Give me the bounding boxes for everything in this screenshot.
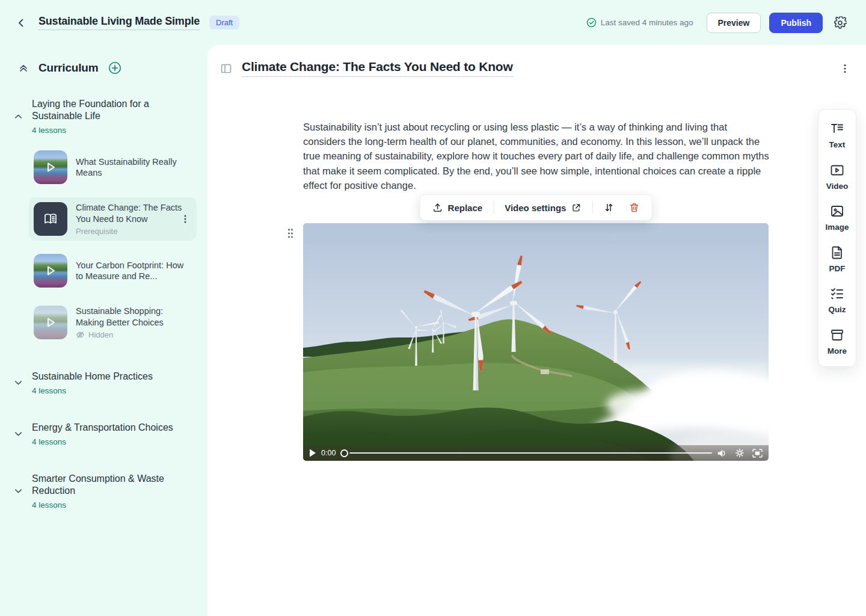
section-lesson-count: 4 lessons xyxy=(32,386,176,395)
upload-icon xyxy=(432,202,443,213)
section-title: Energy & Transportation Choices xyxy=(32,422,176,434)
lesson-item[interactable]: Your Carbon Footprint: How to Measure an… xyxy=(29,249,197,292)
curriculum-title: Curriculum xyxy=(38,61,98,75)
block-drag-handle[interactable] xyxy=(284,226,296,241)
lesson-menu-button[interactable] xyxy=(838,61,852,76)
insert-pdf-button[interactable]: PDF xyxy=(829,245,846,273)
lesson-video-thumbnail xyxy=(34,306,67,339)
double-chevron-up-icon xyxy=(18,63,29,73)
lesson-video-thumbnail xyxy=(34,254,67,288)
seek-bar[interactable] xyxy=(340,449,712,457)
course-title[interactable]: Sustainable Living Made Simple xyxy=(38,15,200,30)
text-block-icon xyxy=(830,122,844,136)
volume-icon xyxy=(717,449,727,458)
curriculum-section: Sustainable Home Practices 4 lessons xyxy=(0,371,207,395)
external-link-icon xyxy=(571,203,581,213)
section-lesson-count: 4 lessons xyxy=(32,500,176,510)
chevron-down-icon[interactable] xyxy=(13,486,23,496)
section-header[interactable]: Energy & Transportation Choices 4 lesson… xyxy=(0,422,207,446)
section-header[interactable]: Laying the Foundation for a Sustainable … xyxy=(0,98,207,135)
video-block-toolbar: Replace Video settings xyxy=(420,194,653,221)
image-block-icon xyxy=(830,204,844,218)
reorder-block-button[interactable] xyxy=(597,200,620,215)
insert-quiz-button[interactable]: Quiz xyxy=(828,286,846,314)
lesson-prerequisite-label: Prerequisite xyxy=(76,227,192,236)
section-header[interactable]: Sustainable Home Practices 4 lessons xyxy=(0,371,207,395)
fullscreen-icon xyxy=(752,449,763,458)
insert-video-button[interactable]: Video xyxy=(826,163,849,191)
chevron-down-icon[interactable] xyxy=(13,429,23,439)
insert-text-button[interactable]: Text xyxy=(829,122,846,149)
top-bar: Sustainable Living Made Simple Draft Las… xyxy=(0,0,866,45)
kebab-menu-icon xyxy=(181,214,189,224)
section-header[interactable]: Smarter Consumption & Waste Reduction 4 … xyxy=(0,473,207,510)
chevron-up-icon[interactable] xyxy=(13,111,23,122)
quiz-block-icon xyxy=(830,286,844,301)
gear-icon xyxy=(735,448,745,458)
lesson-video-thumbnail xyxy=(34,150,67,184)
lesson-menu-button[interactable] xyxy=(181,214,189,224)
status-badge: Draft xyxy=(209,16,239,29)
curriculum-section: Laying the Foundation for a Sustainable … xyxy=(0,98,207,344)
video-settings-button[interactable]: Video settings xyxy=(499,200,587,215)
play-button[interactable] xyxy=(309,449,316,457)
settings-button[interactable] xyxy=(831,14,849,32)
lesson-title: What Sustainability Really Means xyxy=(76,156,192,179)
last-saved-text: Last saved 4 minutes ago xyxy=(601,18,693,27)
play-icon xyxy=(43,263,58,278)
playback-time: 0:00 xyxy=(321,449,336,457)
play-icon xyxy=(43,315,58,330)
curriculum-section: Smarter Consumption & Waste Reduction 4 … xyxy=(0,473,207,510)
replace-video-button[interactable]: Replace xyxy=(426,200,489,215)
curriculum-sidebar: Curriculum Laying the Foundation for a S… xyxy=(0,45,207,616)
collapse-all-button[interactable] xyxy=(16,60,31,76)
pdf-block-icon xyxy=(830,245,844,260)
preview-button[interactable]: Preview xyxy=(707,13,761,33)
course-editor-app: Sustainable Living Made Simple Draft Las… xyxy=(0,0,866,616)
lesson-item-selected[interactable]: Climate Change: The Facts You Need to Kn… xyxy=(29,197,197,241)
panel-layout-icon xyxy=(220,63,232,75)
curriculum-header: Curriculum xyxy=(0,58,207,78)
delete-block-button[interactable] xyxy=(622,200,645,215)
publish-button[interactable]: Publish xyxy=(769,13,823,33)
play-icon xyxy=(309,449,316,457)
lesson-item[interactable]: What Sustainability Really Means xyxy=(29,146,197,189)
lesson-title: Climate Change: The Facts You Need to Kn… xyxy=(76,202,192,224)
lesson-intro-paragraph[interactable]: Sustainability isn’t just about recyclin… xyxy=(303,120,770,192)
section-lesson-count: 4 lessons xyxy=(32,437,176,446)
plus-circle-icon xyxy=(108,61,122,75)
curriculum-section: Energy & Transportation Choices 4 lesson… xyxy=(0,422,207,446)
section-title: Laying the Foundation for a Sustainable … xyxy=(32,98,176,122)
quality-settings-button[interactable] xyxy=(735,448,745,458)
lesson-reading-thumbnail xyxy=(34,202,67,236)
lesson-title: Your Carbon Footprint: How to Measure an… xyxy=(76,260,192,282)
insert-block-toolbar: Text Video Image PDF Quiz More xyxy=(818,109,856,367)
seek-knob[interactable] xyxy=(340,449,348,457)
video-controls: 0:00 xyxy=(303,445,769,461)
more-blocks-icon xyxy=(830,328,844,342)
wind-farm-video-frame xyxy=(303,223,769,461)
lesson-item-hidden[interactable]: Sustainable Shopping: Making Better Choi… xyxy=(29,301,197,344)
divider xyxy=(493,201,494,214)
lesson-title: Sustainable Shopping: Making Better Choi… xyxy=(76,306,192,328)
volume-button[interactable] xyxy=(717,449,727,458)
insert-more-button[interactable]: More xyxy=(828,328,847,356)
fullscreen-button[interactable] xyxy=(752,449,763,458)
back-button[interactable] xyxy=(13,15,29,31)
eye-off-icon xyxy=(76,330,85,339)
lesson-page-title[interactable]: Climate Change: The Facts You Need to Kn… xyxy=(242,60,513,77)
open-book-icon xyxy=(42,211,59,227)
chevron-down-icon[interactable] xyxy=(13,378,23,388)
lesson-hidden-label: Hidden xyxy=(76,330,192,339)
seek-rail[interactable] xyxy=(349,452,712,454)
section-title: Smarter Consumption & Waste Reduction xyxy=(32,473,176,497)
last-saved-status: Last saved 4 minutes ago xyxy=(586,17,693,28)
insert-image-button[interactable]: Image xyxy=(825,204,849,232)
add-section-button[interactable] xyxy=(105,58,124,78)
toggle-sidebar-button[interactable] xyxy=(218,60,235,77)
video-player[interactable]: 0:00 xyxy=(303,223,769,461)
divider xyxy=(592,201,592,214)
trash-icon xyxy=(628,202,639,213)
check-circle-icon xyxy=(586,17,597,28)
section-title: Sustainable Home Practices xyxy=(32,371,176,383)
